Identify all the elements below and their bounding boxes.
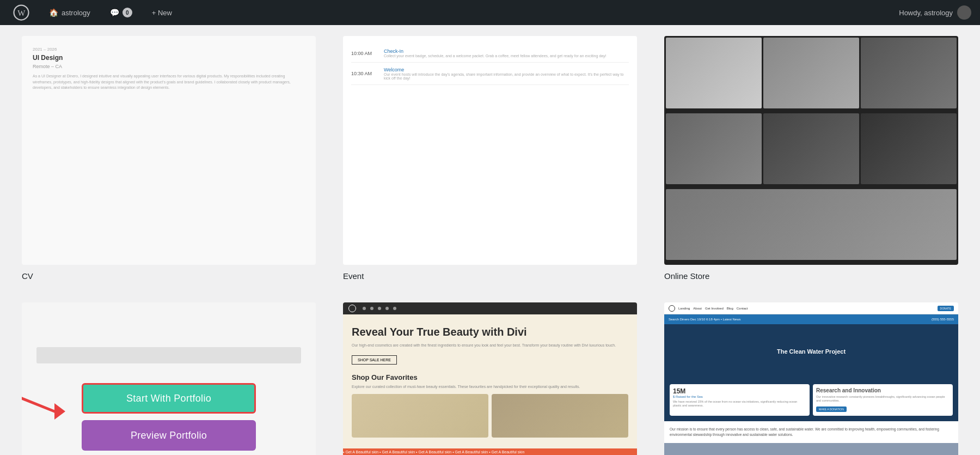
beauty-ticker: • Get A Beautiful skin • Get A Beautiful… (343, 448, 637, 455)
np-donate-nav-btn[interactable]: DONATE (938, 306, 954, 311)
event-label: Event (343, 271, 637, 281)
store-img-5 (763, 113, 859, 184)
beauty-content: Reveal Your True Beauty with Divi Our hi… (343, 314, 637, 448)
event-row-1: 10:30 AM Welcome Our event hosts will in… (351, 63, 629, 85)
event-row-0: 10:00 AM Check-In Collect your event bad… (351, 44, 629, 63)
template-card-store: Online Store (664, 36, 958, 281)
nonprofit-preview[interactable]: Landing About Get Involved Blog Contact … (664, 302, 958, 455)
np-mission: Our mission is to ensure that every pers… (664, 421, 958, 443)
store-img-6 (861, 113, 957, 184)
np-nav-link-1: Landing (678, 307, 690, 310)
cv-job-title: UI Design (33, 54, 305, 62)
admin-bar-left: W 🏠 astrology 💬 0 + New (9, 2, 888, 23)
beauty-shop-btn[interactable]: SHOP SALE HERE (352, 355, 397, 365)
beauty-img-1 (352, 394, 488, 438)
cv-label: CV (22, 271, 316, 281)
start-with-portfolio-button[interactable]: Start With Portfolio (82, 383, 256, 414)
event-desc-0: Collect your event badge, schedule, and … (384, 54, 606, 58)
event-name-0: Check-In (384, 48, 606, 54)
np-nav-link-2: About (693, 307, 702, 310)
store-label: Online Store (664, 271, 958, 281)
new-content-button[interactable]: + New (148, 7, 176, 19)
beauty-nav-item-4 (385, 307, 389, 310)
store-preview[interactable] (664, 36, 958, 265)
templates-grid: 2021 – 2026 UI Design Remote – CA As a U… (22, 25, 958, 455)
arrow-decoration (22, 379, 82, 430)
template-card-cv: 2021 – 2026 UI Design Remote – CA As a U… (22, 36, 316, 281)
np-hero: The Clean Water Project (664, 324, 958, 379)
beauty-nav-item-3 (378, 307, 381, 310)
np-card-body: We have received 15% of the ocean from n… (673, 400, 806, 408)
cv-preview[interactable]: 2021 – 2026 UI Design Remote – CA As a U… (22, 36, 316, 265)
cv-location: Remote – CA (33, 64, 305, 69)
np-phone: (555) 555-5555 (932, 318, 954, 321)
portfolio-buttons-container: Start With Portfolio Preview Portfolio (82, 383, 256, 451)
np-blue-bar: Search Dinero Dec 10/10 6:18 4pm • Lates… (664, 314, 958, 324)
event-time-1: 10:30 AM (351, 71, 378, 76)
event-desc-1: Our event hosts will introduce the day's… (384, 72, 629, 80)
site-name-button[interactable]: 🏠 astrology (45, 6, 95, 19)
np-card-2: Research and Innovation Our innovative r… (813, 384, 953, 416)
cv-body-text: As a UI Designer at Dinero, I designed i… (33, 74, 305, 91)
np-card-label: $ Raised for the Sea (673, 395, 806, 398)
np-card-body-2: Our innovative research constantly pione… (816, 395, 950, 403)
beauty-hero-text: Reveal Your True Beauty with Divi (352, 325, 628, 338)
np-nav-logo (669, 305, 675, 312)
template-card-portfolio: Start With Portfolio Preview Portfolio P… (22, 302, 316, 455)
np-nav-link-3: Get Involved (705, 307, 724, 310)
np-make-donation-btn[interactable]: MAKE A DONATION (816, 407, 847, 412)
admin-bar: W 🏠 astrology 💬 0 + New Howdy, astrology (0, 0, 980, 25)
np-photo (664, 443, 958, 455)
np-card-1: 15M $ Raised for the Sea We have receive… (670, 384, 810, 416)
beauty-shop-sub: Explore our curated collection of must-h… (352, 385, 628, 389)
store-img-1 (666, 38, 762, 108)
np-card-num-2: Research and Innovation (816, 387, 950, 393)
beauty-images (352, 394, 628, 438)
event-preview[interactable]: 10:00 AM Check-In Collect your event bad… (343, 36, 637, 265)
beauty-nav-item-2 (370, 307, 373, 310)
store-img-4 (666, 113, 762, 184)
portfolio-preview: Start With Portfolio Preview Portfolio (22, 302, 316, 455)
template-card-event: 10:00 AM Check-In Collect your event bad… (343, 36, 637, 281)
np-nav-link-4: Blog (727, 307, 733, 310)
comments-button[interactable]: 💬 0 (106, 5, 137, 20)
template-card-nonprofit: Landing About Get Involved Blog Contact … (664, 302, 958, 455)
new-label: + New (152, 9, 172, 17)
event-time-0: 10:00 AM (351, 51, 378, 56)
beauty-shop-title: Shop Our Favorites (352, 373, 628, 381)
wp-logo-button[interactable]: W (9, 2, 34, 23)
home-icon: 🏠 (49, 8, 58, 17)
beauty-img-2 (492, 394, 628, 438)
admin-bar-right: Howdy, astrology (899, 5, 971, 20)
beauty-nav-item-1 (363, 307, 366, 310)
np-card-num: 15M (673, 387, 806, 395)
main-content: 2021 – 2026 UI Design Remote – CA As a U… (0, 25, 980, 455)
np-nav: Landing About Get Involved Blog Contact … (664, 302, 958, 314)
beauty-nav-item-5 (393, 307, 396, 310)
greeting-text: Howdy, astrology (899, 9, 953, 17)
event-name-1: Welcome (384, 67, 629, 72)
cv-date-range: 2021 – 2026 (33, 47, 305, 52)
svg-marker-3 (54, 403, 65, 420)
np-nav-link-5: Contact (737, 307, 748, 310)
beauty-sub-text: Our high-end cosmetics are created with … (352, 343, 628, 348)
np-blue-bar-text: Search Dinero Dec 10/10 6:18 4pm • Lates… (669, 318, 928, 321)
store-img-2 (763, 38, 859, 108)
svg-text:W: W (17, 9, 26, 17)
comment-count: 0 (122, 8, 132, 17)
beauty-nav (343, 302, 637, 314)
button-spacer (82, 414, 256, 420)
np-hero-title: The Clean Water Project (777, 348, 846, 355)
preview-portfolio-button[interactable]: Preview Portfolio (82, 420, 256, 451)
template-card-beauty: Reveal Your True Beauty with Divi Our hi… (343, 302, 637, 455)
portfolio-placeholder-top (36, 347, 301, 363)
beauty-nav-logo (348, 305, 356, 312)
site-name-label: astrology (62, 9, 90, 17)
store-img-7 (666, 189, 957, 260)
np-cards: 15M $ Raised for the Sea We have receive… (664, 379, 958, 421)
svg-line-2 (22, 390, 54, 411)
comment-icon: 💬 (110, 8, 119, 17)
store-img-3 (861, 38, 957, 108)
avatar[interactable] (957, 5, 971, 20)
beauty-preview[interactable]: Reveal Your True Beauty with Divi Our hi… (343, 302, 637, 455)
